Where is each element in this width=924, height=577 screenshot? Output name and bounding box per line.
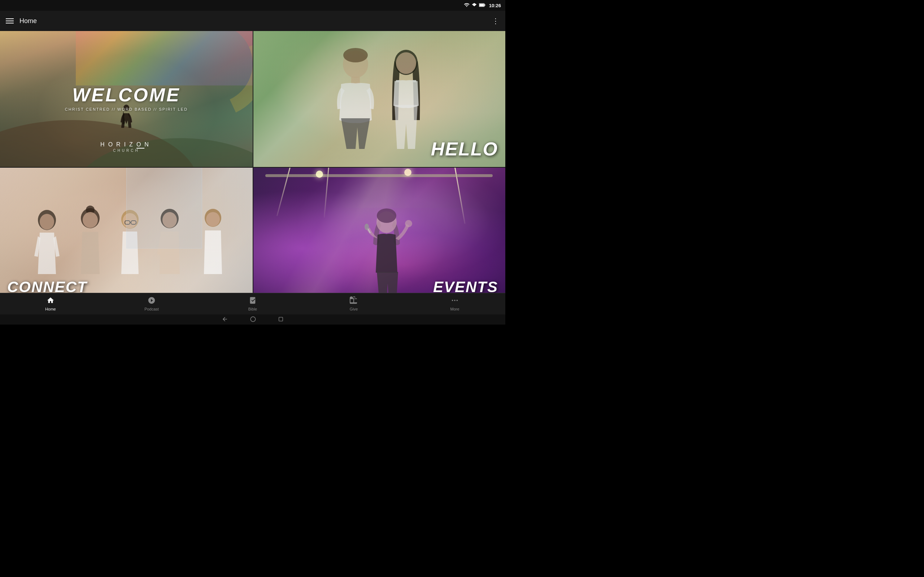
svg-rect-1 [485,4,485,6]
status-bar: 10:26 [0,0,505,11]
wifi-icon [464,2,470,9]
svg-point-34 [452,300,453,301]
bible-icon [249,297,257,305]
svg-point-28 [377,208,396,223]
welcome-subtitle: CHRIST CENTRED // WORD BASED // SPIRIT L… [65,107,188,111]
nav-bible-label: Bible [248,307,257,311]
give-icon [350,297,358,305]
time-display: 10:26 [489,3,501,8]
signal-icon [472,3,477,8]
svg-point-14 [40,214,54,230]
svg-point-35 [454,300,456,301]
svg-point-31 [365,224,369,230]
nav-podcast-label: Podcast [144,307,159,311]
nav-give-label: Give [350,307,358,311]
welcome-cell[interactable]: WELCOME CHRIST CENTRED // WORD BASED // … [0,31,253,167]
home-icon [47,297,55,305]
hello-cell[interactable]: HELLO [253,31,505,167]
svg-point-26 [206,212,220,226]
nav-item-podcast[interactable]: Podcast [137,297,166,311]
nav-item-more[interactable]: More [440,297,469,311]
system-nav-bar [0,314,505,324]
svg-point-37 [250,317,255,322]
bottom-nav: Home Podcast Bible Give [0,293,505,314]
battery-icon [479,3,485,8]
more-icon [451,297,459,305]
svg-point-17 [82,212,98,228]
podcast-icon [148,297,155,305]
page-title: Home [19,17,492,25]
grid-divider-vertical [253,31,254,303]
welcome-text-block: WELCOME CHRIST CENTRED // WORD BASED // … [65,84,188,111]
home-button[interactable] [250,316,256,324]
horizon-logo: HORIZON CHURCH [100,141,152,153]
hamburger-menu[interactable] [6,18,14,23]
svg-rect-38 [279,317,283,321]
hello-label: HELLO [431,138,498,160]
content-grid: WELCOME CHRIST CENTRED // WORD BASED // … [0,31,505,303]
top-bar: Home ⋮ [0,11,505,31]
nav-item-home[interactable]: Home [36,297,65,311]
welcome-title: WELCOME [65,84,188,106]
connect-cell[interactable]: CONNECT [0,167,253,303]
nav-item-bible[interactable]: Bible [238,297,267,311]
nav-more-label: More [450,307,459,311]
more-options-button[interactable]: ⋮ [492,16,499,25]
back-button[interactable] [221,316,228,324]
events-cell[interactable]: EVENTS [253,167,505,303]
logo-name: HORIZON [100,141,152,148]
nav-item-give[interactable]: Give [339,297,368,311]
nav-home-label: Home [45,307,56,311]
logo-sub: CHURCH [100,148,152,153]
svg-rect-2 [479,4,484,6]
svg-point-36 [457,300,458,301]
svg-point-29 [405,220,412,227]
recents-button[interactable] [278,316,284,323]
